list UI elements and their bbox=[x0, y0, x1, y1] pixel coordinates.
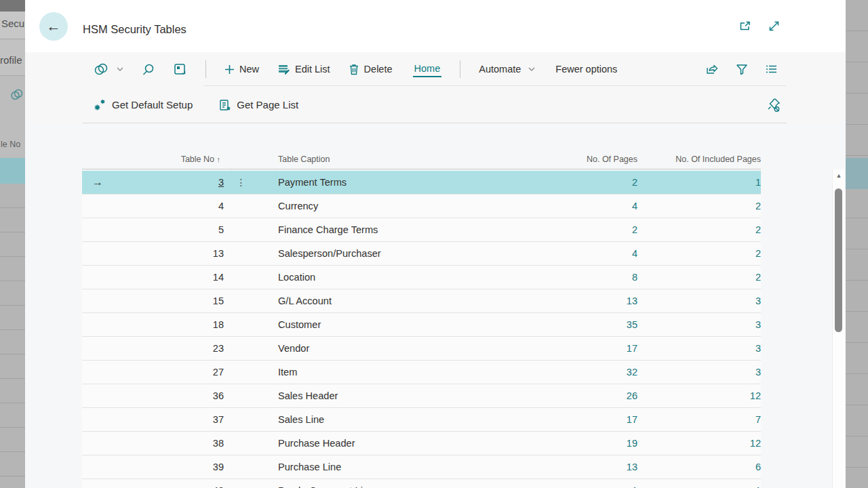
scrollbar-thumb[interactable] bbox=[835, 188, 842, 332]
list-view-icon[interactable] bbox=[765, 64, 778, 75]
cell-table-no[interactable]: 43 bbox=[108, 479, 224, 488]
cell-no-of-pages[interactable]: 17 bbox=[502, 408, 637, 431]
automate-menu[interactable]: Automate bbox=[479, 64, 535, 75]
get-default-setup-button[interactable]: Get Default Setup bbox=[93, 98, 193, 112]
column-header-table-caption[interactable]: Table Caption bbox=[278, 155, 330, 164]
delete-button[interactable]: Delete bbox=[349, 63, 393, 75]
cell-no-of-pages[interactable]: 4 bbox=[502, 195, 637, 218]
background-selected-row bbox=[846, 158, 868, 189]
cell-no-of-included-pages[interactable]: 6 bbox=[625, 455, 761, 479]
back-arrow-icon: ← bbox=[47, 18, 61, 35]
background-table-rows bbox=[0, 184, 25, 488]
table-row[interactable]: 4 Currency 4 2 bbox=[82, 195, 761, 218]
table-row[interactable]: 13 Salesperson/Purchaser 4 2 bbox=[82, 242, 761, 266]
get-page-list-button[interactable]: Get Page List bbox=[218, 98, 298, 112]
cell-no-of-pages[interactable]: 13 bbox=[502, 289, 637, 312]
table-row[interactable]: 36 Sales Header 26 12 bbox=[82, 384, 761, 408]
switch-view-button[interactable] bbox=[93, 62, 123, 76]
cell-table-no[interactable]: 14 bbox=[108, 266, 224, 289]
cell-table-no[interactable]: 3 bbox=[108, 171, 224, 194]
cell-no-of-included-pages[interactable]: 2 bbox=[625, 242, 761, 265]
table-row[interactable]: 27 Item 32 3 bbox=[82, 361, 761, 384]
row-options-ellipsis-icon[interactable]: ⋮ bbox=[231, 171, 252, 194]
cell-no-of-included-pages[interactable]: 1 bbox=[625, 171, 761, 194]
cell-table-caption: Purchase Line bbox=[278, 455, 341, 479]
fewer-options-button[interactable]: Fewer options bbox=[555, 64, 617, 75]
table-row[interactable]: 39 Purchase Line 13 6 bbox=[82, 455, 761, 479]
cell-table-no[interactable]: 36 bbox=[108, 384, 224, 407]
page-header: ← HSM Security Tables bbox=[25, 0, 846, 52]
cell-no-of-included-pages[interactable]: 3 bbox=[625, 289, 761, 312]
cell-no-of-pages[interactable]: 17 bbox=[502, 337, 637, 360]
cell-table-no[interactable]: 23 bbox=[108, 337, 224, 360]
cell-no-of-pages[interactable]: 2 bbox=[502, 218, 637, 241]
analyze-icon[interactable] bbox=[173, 62, 187, 76]
table-row[interactable]: 43 Purch. Comment Line 1 1 bbox=[82, 479, 761, 488]
trash-icon bbox=[349, 63, 359, 75]
cell-no-of-included-pages[interactable]: 1 bbox=[625, 479, 761, 488]
back-button[interactable]: ← bbox=[39, 12, 68, 41]
cell-table-no[interactable]: 18 bbox=[108, 313, 224, 336]
plus-icon bbox=[224, 64, 235, 75]
table-row[interactable]: 5 Finance Charge Terms 2 2 bbox=[82, 218, 761, 242]
new-button[interactable]: New bbox=[224, 64, 259, 75]
cell-no-of-pages[interactable]: 2 bbox=[502, 171, 637, 194]
cell-no-of-pages[interactable]: 32 bbox=[502, 361, 637, 384]
cell-table-no[interactable]: 38 bbox=[108, 432, 224, 455]
dimmed-background-page-right bbox=[846, 0, 868, 488]
new-button-label: New bbox=[239, 64, 259, 75]
cell-no-of-pages[interactable]: 1 bbox=[502, 479, 637, 488]
cell-no-of-included-pages[interactable]: 2 bbox=[625, 195, 761, 218]
cell-no-of-included-pages[interactable]: 3 bbox=[625, 337, 761, 360]
cell-no-of-included-pages[interactable]: 2 bbox=[625, 218, 761, 241]
table-row[interactable]: 18 Customer 35 3 bbox=[82, 313, 761, 337]
scrollbar-up-arrow[interactable]: ▲ bbox=[833, 172, 845, 179]
cell-table-caption: Purchase Header bbox=[278, 432, 355, 455]
cell-no-of-pages[interactable]: 8 bbox=[502, 266, 637, 289]
column-header-no-of-pages[interactable]: No. Of Pages bbox=[502, 155, 637, 164]
cell-table-no[interactable]: 37 bbox=[108, 408, 224, 431]
cell-table-caption: Item bbox=[278, 361, 297, 384]
cell-table-caption: Purch. Comment Line bbox=[278, 479, 374, 488]
table-list-area: Table No ↑ Table Caption No. Of Pages No… bbox=[25, 123, 846, 488]
table-row[interactable]: 38 Purchase Header 19 12 bbox=[82, 432, 761, 455]
cell-table-no[interactable]: 4 bbox=[108, 195, 224, 218]
table-row[interactable]: 15 G/L Account 13 3 bbox=[82, 289, 761, 313]
tab-home[interactable]: Home bbox=[413, 62, 442, 77]
table-row[interactable]: → 3 ⋮ Payment Terms 2 1 bbox=[82, 171, 761, 195]
page-list-icon bbox=[218, 98, 231, 112]
cell-no-of-included-pages[interactable]: 12 bbox=[625, 432, 761, 455]
edit-list-button[interactable]: Edit List bbox=[277, 63, 330, 75]
unpin-icon[interactable] bbox=[766, 86, 781, 123]
filter-icon[interactable] bbox=[736, 63, 748, 75]
cell-no-of-included-pages[interactable]: 3 bbox=[625, 313, 761, 336]
vertical-scrollbar[interactable]: ▲ bbox=[832, 169, 845, 488]
cell-table-caption: Finance Charge Terms bbox=[278, 218, 378, 241]
toolbar-divider bbox=[205, 60, 206, 78]
open-in-new-window-icon[interactable] bbox=[738, 20, 751, 33]
cell-no-of-pages[interactable]: 35 bbox=[502, 313, 637, 336]
toolbar-divider bbox=[460, 60, 460, 78]
cell-table-no[interactable]: 39 bbox=[108, 455, 224, 479]
cell-table-no[interactable]: 27 bbox=[108, 361, 224, 384]
cell-no-of-included-pages[interactable]: 12 bbox=[625, 384, 761, 407]
cell-table-no[interactable]: 5 bbox=[108, 218, 224, 241]
search-icon[interactable] bbox=[142, 63, 155, 76]
dimmed-background-page-left: Secu rofile le No bbox=[0, 0, 25, 488]
cell-table-no[interactable]: 15 bbox=[108, 289, 224, 312]
table-row[interactable]: 14 Location 8 2 bbox=[82, 266, 761, 289]
cell-no-of-included-pages[interactable]: 3 bbox=[625, 361, 761, 384]
cell-no-of-included-pages[interactable]: 7 bbox=[625, 408, 761, 431]
cell-no-of-pages[interactable]: 4 bbox=[502, 242, 637, 265]
cell-no-of-included-pages[interactable]: 2 bbox=[625, 266, 761, 289]
table-row[interactable]: 37 Sales Line 17 7 bbox=[82, 408, 761, 432]
table-row[interactable]: 23 Vendor 17 3 bbox=[82, 337, 761, 361]
cell-no-of-pages[interactable]: 13 bbox=[502, 455, 637, 479]
cell-table-no[interactable]: 13 bbox=[108, 242, 224, 265]
cell-no-of-pages[interactable]: 19 bbox=[502, 432, 637, 455]
expand-page-icon[interactable] bbox=[768, 20, 781, 33]
cell-no-of-pages[interactable]: 26 bbox=[502, 384, 637, 407]
share-icon[interactable] bbox=[705, 63, 719, 75]
column-header-no-of-included-pages[interactable]: No. Of Included Pages bbox=[625, 155, 761, 164]
column-header-table-no[interactable]: Table No ↑ bbox=[108, 155, 220, 164]
